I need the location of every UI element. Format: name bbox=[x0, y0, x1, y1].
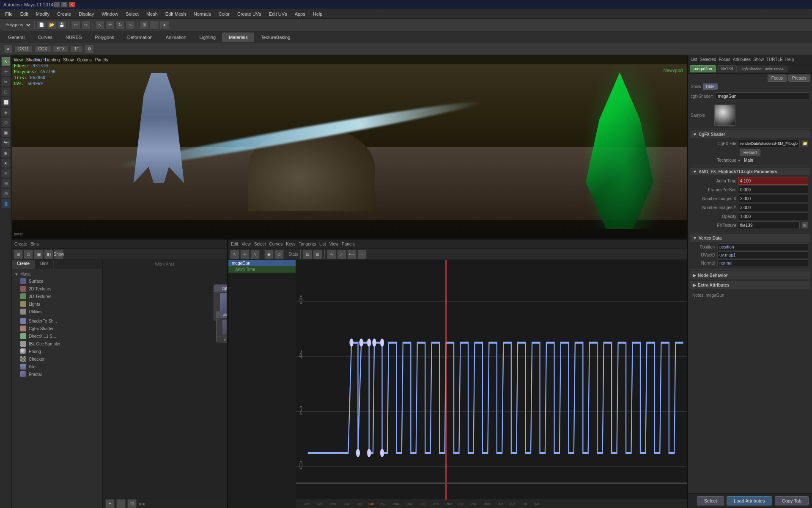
ge-tb-frame-sel[interactable]: ⊞ bbox=[313, 250, 322, 259]
menu-window[interactable]: Window bbox=[98, 11, 121, 17]
vp-menu-options[interactable]: Options bbox=[77, 58, 91, 62]
hs-scroll-x[interactable]: ◀ ▶ bbox=[138, 502, 145, 506]
tool-3d[interactable]: ▣ bbox=[1, 128, 11, 137]
ae-cgfx-header[interactable]: ▼ CgFX Shader bbox=[690, 131, 810, 138]
ae-hide-btn[interactable]: Hide bbox=[703, 83, 718, 90]
ae-uvset-input[interactable] bbox=[717, 251, 808, 258]
vp-menu-view[interactable]: View bbox=[14, 58, 23, 62]
ae-nimgy-input[interactable] bbox=[738, 204, 808, 211]
ae-presets-btn[interactable]: Presets bbox=[788, 75, 810, 82]
tb-redo[interactable]: ↪ bbox=[81, 20, 91, 30]
menu-mesh[interactable]: Mesh bbox=[143, 11, 161, 17]
renderer-dx11[interactable]: DX11 bbox=[14, 45, 33, 52]
ae-menu-selected[interactable]: Selected bbox=[700, 57, 716, 62]
renderer-sfx[interactable]: SFX bbox=[53, 45, 69, 52]
tool-attr[interactable]: ⊟ bbox=[1, 179, 11, 188]
shader-3dtex[interactable]: 3D Textures bbox=[14, 293, 101, 300]
tool-lasso[interactable]: ⬡ bbox=[1, 87, 11, 97]
menu-edit-mesh[interactable]: Edit Mesh bbox=[162, 11, 189, 17]
tab-curves[interactable]: Curves bbox=[31, 33, 59, 42]
shader-fractal[interactable]: Fractal bbox=[14, 370, 101, 378]
tb-move[interactable]: ✛ bbox=[105, 20, 115, 30]
menu-file[interactable]: File bbox=[2, 11, 16, 17]
tab-texturebaking[interactable]: TextureBaking bbox=[255, 33, 297, 42]
tab-nurbs[interactable]: NURBS bbox=[59, 33, 88, 42]
hs-tb-2[interactable]: □ bbox=[24, 250, 33, 259]
ae-normal-input[interactable] bbox=[717, 260, 808, 266]
tb-scale[interactable]: ⤡ bbox=[126, 20, 135, 30]
ae-fxtex-input[interactable] bbox=[738, 221, 800, 229]
hs-bottom-zoom-in[interactable]: + bbox=[105, 499, 115, 508]
menu-display[interactable]: Display bbox=[75, 11, 97, 17]
tb-rotate[interactable]: ↻ bbox=[115, 20, 125, 30]
tool-user[interactable]: 👤 bbox=[1, 199, 11, 208]
hs-tb-1[interactable]: ⊞ bbox=[14, 250, 23, 259]
ae-tab-file139[interactable]: file139 bbox=[717, 65, 737, 72]
ge-menu-list[interactable]: List bbox=[319, 242, 326, 246]
ge-tb-tangent-spline[interactable]: ∿ bbox=[327, 250, 336, 259]
ge-tb-select[interactable]: ↖ bbox=[230, 250, 239, 259]
shader-2dtex[interactable]: 2D Textures bbox=[14, 285, 101, 293]
hs-work-area[interactable]: Work Area cgfxShade... bbox=[103, 260, 227, 499]
tool-select[interactable]: ↖ bbox=[1, 57, 11, 66]
ge-tb-tangent-flat[interactable]: ⟵ bbox=[347, 250, 357, 259]
shader-lights[interactable]: Lights bbox=[14, 300, 101, 308]
tb-undo[interactable]: ↩ bbox=[71, 20, 80, 30]
ae-opacity-input[interactable] bbox=[738, 213, 808, 220]
menu-normals[interactable]: Normals bbox=[190, 11, 214, 17]
ae-cgfx-browse-btn[interactable]: 📁 bbox=[801, 140, 808, 147]
shader-phong[interactable]: Phong bbox=[14, 348, 101, 355]
tb-snap-curve[interactable]: ⌒ bbox=[150, 20, 159, 30]
node-place2dte[interactable]: place2dTe... place2dTe... bbox=[216, 311, 227, 342]
ae-menu-focus[interactable]: Focus bbox=[719, 57, 730, 62]
vp-menu-lighting[interactable]: Lighting bbox=[45, 58, 60, 62]
ae-position-input[interactable] bbox=[717, 243, 808, 250]
tb-save[interactable]: 💾 bbox=[57, 20, 66, 30]
ae-vertex-header[interactable]: ▼ Vertex Data bbox=[690, 235, 810, 242]
renderer-cgx[interactable]: CGX bbox=[34, 45, 51, 52]
tool-move2[interactable]: ✛ bbox=[1, 67, 11, 76]
tb-snap-point[interactable]: ● bbox=[160, 20, 169, 30]
tool-layer[interactable]: ≡ bbox=[1, 168, 11, 178]
tab-lighting[interactable]: Lighting bbox=[193, 33, 222, 42]
shader-checker[interactable]: Checker bbox=[14, 355, 101, 363]
hs-tb-show[interactable]: Show bbox=[54, 250, 63, 259]
ae-load-attrs-btn[interactable]: Load Attributes bbox=[727, 496, 772, 505]
ge-tb-move[interactable]: ✛ bbox=[240, 250, 250, 259]
ae-animtime-input[interactable] bbox=[738, 177, 808, 185]
tb-new[interactable]: 📄 bbox=[37, 20, 46, 30]
ae-menu-help[interactable]: Help bbox=[785, 57, 794, 62]
tool-paint[interactable]: ✏ bbox=[1, 77, 11, 86]
tab-animation[interactable]: Animation bbox=[159, 33, 193, 42]
shader-ibl[interactable]: IBL Occ Sampler bbox=[14, 340, 101, 348]
tool-render[interactable]: ◉ bbox=[1, 148, 11, 157]
ae-tab-megagun[interactable]: megaGun bbox=[690, 65, 716, 72]
menu-select[interactable]: Select bbox=[122, 11, 142, 17]
renderer-settings[interactable]: ⚙ bbox=[85, 44, 94, 54]
ge-tb-tangent-step[interactable]: ⌐ bbox=[357, 250, 367, 259]
hs-bottom-fit[interactable]: ⊡ bbox=[127, 499, 137, 508]
shader-cgfx[interactable]: CgFx Shader bbox=[14, 325, 101, 332]
minimize-btn[interactable]: — bbox=[53, 2, 60, 8]
ge-tb-scale[interactable]: ⤡ bbox=[250, 250, 260, 259]
tb-snap-grid[interactable]: ⊞ bbox=[140, 20, 149, 30]
ae-menu-attributes[interactable]: Attributes bbox=[733, 57, 751, 62]
tab-polygons[interactable]: Polygons bbox=[89, 33, 121, 42]
menu-edit-uvs[interactable]: Edit UVs bbox=[266, 11, 291, 17]
tool-channel[interactable]: ⊞ bbox=[1, 189, 11, 198]
hs-bottom-zoom-out[interactable]: - bbox=[116, 499, 126, 508]
menu-modify[interactable]: Modify bbox=[33, 11, 53, 17]
hs-tb-4[interactable]: ◧ bbox=[44, 250, 53, 259]
close-btn[interactable]: ✕ bbox=[69, 2, 75, 8]
shader-cat-header[interactable]: ▼ Maya bbox=[14, 271, 101, 277]
ge-menu-view2[interactable]: View bbox=[329, 242, 339, 246]
ge-tb-frame-all[interactable]: ⊡ bbox=[303, 250, 312, 259]
tab-deformation[interactable]: Deformation bbox=[121, 33, 159, 42]
vp-menu-show[interactable]: Show bbox=[63, 58, 74, 62]
ae-cgfx-file-input[interactable] bbox=[738, 140, 800, 147]
ae-fxtex-browse-btn[interactable]: ⊞ bbox=[801, 222, 808, 229]
renderer-sphere[interactable]: ● bbox=[3, 44, 13, 54]
shader-file[interactable]: File bbox=[14, 363, 101, 370]
ae-menu-show[interactable]: Show bbox=[753, 57, 764, 62]
ae-tab-animtime[interactable]: cgfxShader1_animTime4 bbox=[738, 66, 787, 72]
